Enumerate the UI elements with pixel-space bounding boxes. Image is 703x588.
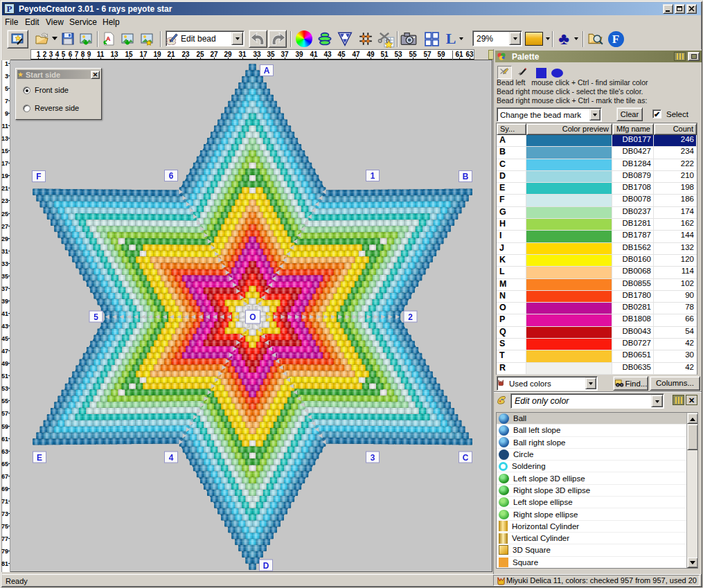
svg-text:6: 6 [169,171,174,181]
svg-text:1: 1 [371,171,375,181]
svg-text:D: D [263,561,269,571]
svg-text:3: 3 [371,453,375,463]
svg-text:2: 2 [408,312,413,322]
svg-text:C: C [463,453,469,463]
svg-text:4: 4 [169,453,174,463]
svg-text:F: F [36,172,41,181]
svg-text:A: A [264,66,270,75]
svg-text:5: 5 [94,312,98,322]
svg-text:O: O [249,312,256,322]
svg-text:E: E [37,453,42,463]
svg-text:B: B [463,172,469,181]
